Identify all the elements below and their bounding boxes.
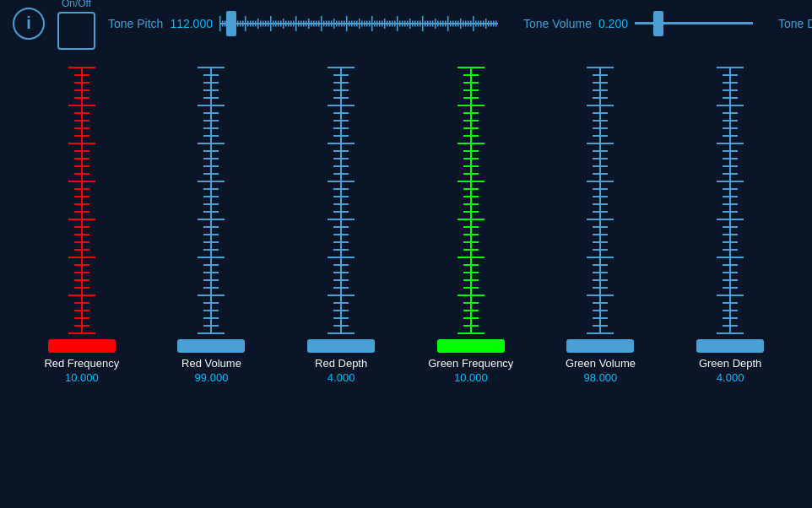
svg-rect-65 — [382, 20, 383, 26]
svg-rect-35 — [306, 20, 307, 26]
tone-pitch-svg: // We'll use JS below to generate the SV… — [219, 9, 498, 38]
svg-rect-41 — [321, 16, 322, 31]
v-slider-value-2: 4.000 — [315, 371, 367, 384]
svg-rect-52 — [349, 20, 350, 26]
svg-rect-10 — [242, 20, 244, 26]
v-slider-value-5: 4.000 — [699, 371, 761, 384]
svg-rect-104 — [480, 20, 482, 26]
v-slider-col-red-frequency: Red Frequency10.000 — [27, 59, 137, 418]
top-controls: i On/Off Tone Pitch 112.000 // W — [13, 0, 799, 50]
tone-pitch-thumb[interactable] — [226, 11, 236, 36]
v-slider-col-green-volume: Green Volume98.000 — [545, 59, 655, 418]
svg-rect-15 — [255, 20, 257, 26]
tone-volume-slider[interactable] — [635, 9, 753, 38]
v-slider-col-red-volume: Red Volume99.000 — [156, 59, 266, 418]
svg-rect-110 — [495, 20, 497, 26]
svg-rect-24 — [278, 20, 279, 26]
v-slider-value-0: 10.000 — [44, 371, 119, 384]
svg-rect-22 — [273, 20, 274, 26]
v-slider-svg-2[interactable] — [303, 59, 379, 354]
svg-rect-48 — [338, 20, 340, 26]
svg-rect-58 — [364, 20, 365, 26]
v-slider-col-green-frequency: Green Frequency10.000 — [416, 59, 526, 418]
svg-rect-89 — [442, 20, 444, 26]
main-controls: Red Frequency10.000Red Volume99.000Red D… — [0, 46, 812, 418]
svg-rect-381 — [696, 339, 764, 353]
svg-rect-78 — [414, 20, 416, 26]
v-slider-svg-5[interactable] — [692, 59, 768, 354]
svg-rect-59 — [366, 20, 368, 26]
svg-rect-60 — [369, 20, 371, 26]
svg-rect-29 — [290, 20, 292, 26]
tone-volume-label: Tone Volume — [523, 17, 592, 30]
on-off-section: On/Off — [57, 0, 95, 50]
svg-rect-19 — [265, 20, 267, 26]
svg-rect-109 — [493, 20, 495, 26]
svg-rect-73 — [402, 20, 403, 26]
tone-depth-group: Tone Depth 4.000 — [778, 9, 812, 38]
svg-rect-99 — [468, 20, 469, 26]
svg-rect-55 — [356, 20, 358, 26]
svg-rect-1 — [219, 16, 221, 31]
svg-rect-49 — [341, 20, 343, 26]
svg-rect-90 — [445, 20, 447, 26]
svg-rect-18 — [263, 20, 264, 26]
tone-volume-value: 0.200 — [598, 17, 628, 30]
svg-rect-75 — [407, 20, 409, 26]
svg-rect-44 — [328, 20, 330, 26]
on-off-label: On/Off — [62, 0, 91, 9]
svg-rect-81 — [422, 16, 424, 31]
svg-rect-87 — [437, 20, 439, 26]
svg-rect-27 — [285, 20, 287, 26]
svg-rect-107 — [488, 20, 490, 26]
svg-rect-71 — [397, 16, 398, 31]
svg-rect-37 — [311, 20, 312, 26]
svg-rect-43 — [326, 20, 328, 26]
svg-rect-94 — [455, 20, 457, 26]
svg-rect-91 — [447, 16, 449, 31]
info-icon[interactable]: i — [13, 8, 45, 40]
v-slider-col-red-depth: Red Depth4.000 — [286, 59, 396, 418]
svg-rect-92 — [450, 20, 452, 26]
svg-rect-26 — [283, 19, 284, 29]
v-slider-svg-1[interactable] — [173, 59, 249, 354]
svg-rect-106 — [485, 19, 487, 29]
svg-rect-97 — [463, 20, 464, 26]
tone-pitch-label: Tone Pitch — [108, 17, 163, 30]
svg-rect-38 — [313, 20, 315, 26]
svg-rect-8 — [237, 20, 239, 26]
svg-rect-64 — [379, 20, 381, 26]
svg-rect-28 — [288, 20, 290, 26]
svg-rect-67 — [387, 20, 388, 26]
tone-pitch-group: Tone Pitch 112.000 // We'll use JS below… — [108, 9, 498, 38]
svg-rect-17 — [260, 20, 262, 26]
svg-rect-13 — [250, 20, 252, 26]
on-off-toggle[interactable] — [57, 12, 95, 50]
svg-rect-102 — [475, 20, 477, 26]
svg-rect-61 — [371, 16, 373, 31]
svg-rect-31 — [295, 16, 297, 31]
svg-rect-86 — [435, 19, 436, 29]
svg-rect-69 — [392, 20, 393, 26]
svg-rect-23 — [275, 20, 277, 26]
svg-rect-77 — [412, 20, 414, 26]
svg-rect-62 — [374, 20, 376, 26]
v-slider-label-3: Green Frequency — [428, 357, 513, 370]
svg-rect-16 — [257, 19, 259, 29]
svg-rect-46 — [333, 19, 335, 29]
svg-rect-50 — [344, 20, 345, 26]
svg-rect-33 — [300, 20, 302, 26]
v-slider-svg-3[interactable] — [433, 59, 509, 354]
v-slider-label-5: Green Depth — [699, 357, 761, 370]
svg-rect-101 — [473, 16, 474, 31]
svg-rect-53 — [351, 20, 353, 26]
v-slider-svg-4[interactable] — [562, 59, 638, 354]
svg-rect-305 — [437, 339, 505, 353]
tone-pitch-slider[interactable]: // We'll use JS below to generate the SV… — [219, 9, 498, 38]
tone-volume-thumb[interactable] — [653, 11, 663, 36]
tone-volume-group: Tone Volume 0.200 — [523, 9, 753, 38]
svg-rect-2 — [222, 20, 224, 26]
v-slider-label-2: Red Depth — [315, 357, 367, 370]
svg-rect-100 — [470, 20, 472, 26]
v-slider-svg-0[interactable] — [44, 59, 120, 354]
